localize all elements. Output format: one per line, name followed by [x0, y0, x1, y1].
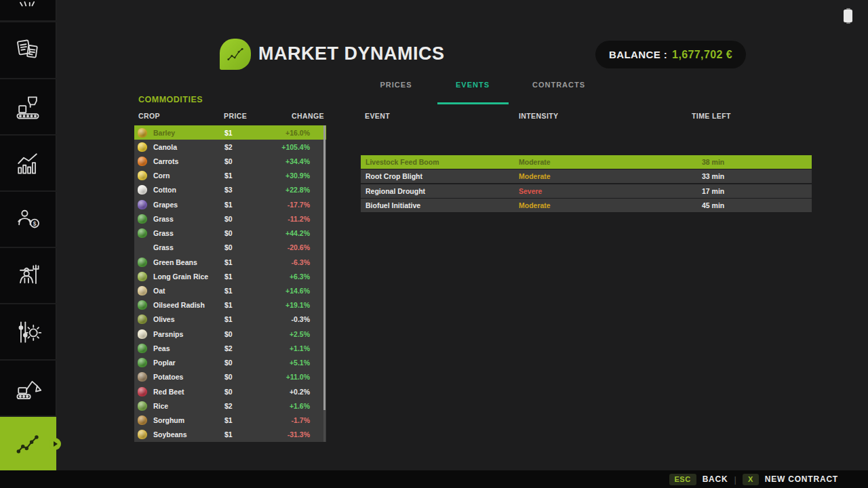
crop-name: Sorghum — [153, 416, 184, 424]
commodities-scrollbar — [323, 125, 326, 442]
crop-change: -17.7% — [288, 201, 310, 209]
x-key-badge[interactable]: X — [743, 474, 759, 485]
documents-icon — [13, 35, 43, 65]
new-contract-button[interactable]: NEW CONTRACT — [765, 474, 838, 484]
crop-change: +5.1% — [290, 359, 310, 367]
potato-icon — [138, 372, 147, 382]
commodity-row[interactable]: Canola $2 +105.4% — [134, 140, 326, 154]
commodity-row[interactable]: Soybeans $1 -31.3% — [134, 428, 326, 442]
event-time-left: 33 min — [702, 172, 724, 180]
crop-name: Barley — [153, 129, 175, 137]
event-name: Root Crop Blight — [366, 172, 422, 180]
poplar-icon — [138, 358, 147, 367]
sidebar-item-machine-settings[interactable] — [0, 304, 56, 359]
bottom-hint-bar: ESC BACK | X NEW CONTRACT — [0, 470, 868, 488]
esc-key-badge[interactable]: ESC — [669, 474, 696, 485]
crop-name: Parsnips — [153, 330, 183, 338]
commodity-row[interactable]: Grass $0 -20.6% — [134, 241, 326, 255]
commodity-row[interactable]: Barley $1 +16.0% — [134, 125, 326, 140]
crop-name: Oat — [153, 287, 165, 295]
active-tab-underline — [437, 102, 509, 104]
commodity-row[interactable]: Carrots $0 +34.4% — [134, 154, 326, 168]
sidebar-item-finances[interactable]: $ — [0, 192, 56, 247]
tab-events[interactable]: EVENTS — [456, 81, 490, 89]
crop-change: -20.6% — [288, 243, 310, 251]
crop-price: $0 — [224, 388, 233, 396]
commodity-row[interactable]: Red Beet $0 +0.2% — [134, 384, 326, 399]
column-header-time-left: TIME LEFT — [692, 112, 731, 120]
battery-icon — [844, 9, 852, 22]
parsnip-icon — [138, 329, 147, 339]
rice-icon — [138, 272, 147, 281]
commodity-row[interactable]: Corn $1 +30.9% — [134, 169, 326, 183]
commodity-row[interactable]: Green Beans $1 -6.3% — [134, 255, 326, 269]
commodity-row[interactable]: Grass $0 -11.2% — [134, 211, 326, 226]
soybeans-icon — [138, 430, 147, 439]
commodity-row[interactable]: Grass $0 +44.2% — [134, 226, 326, 241]
event-row[interactable]: Livestock Feed Boom Moderate 38 min — [361, 155, 812, 169]
crop-change: +30.9% — [285, 171, 310, 180]
production-line-icon — [13, 92, 43, 122]
crop-name: Olives — [153, 315, 175, 323]
red-beet-icon — [138, 387, 147, 396]
crop-name: Oilseed Radish — [153, 301, 205, 309]
event-row[interactable]: Root Crop Blight Moderate 33 min — [361, 169, 812, 183]
tab-contracts[interactable]: CONTRACTS — [532, 81, 585, 89]
commodity-row[interactable]: Rice $2 +1.6% — [134, 399, 326, 413]
crop-name: Grass — [153, 229, 174, 237]
commodity-row[interactable]: Olives $1 -0.3% — [134, 312, 326, 327]
commodity-row[interactable]: Sorghum $1 -1.7% — [134, 413, 326, 427]
sidebar-item-excavator[interactable] — [0, 361, 56, 415]
commodity-row[interactable]: Grapes $1 -17.7% — [134, 197, 326, 211]
crop-price: $2 — [224, 402, 233, 410]
tab-prices[interactable]: PRICES — [380, 81, 412, 89]
event-intensity: Moderate — [519, 201, 551, 209]
sidebar-item-partial[interactable] — [0, 0, 56, 20]
sidebar-item-farmer[interactable] — [0, 248, 56, 303]
crop-name: Potatoes — [153, 373, 183, 381]
crop-price: $0 — [224, 359, 233, 367]
sidebar-item-production-line[interactable] — [0, 79, 56, 134]
crop-price: $3 — [224, 186, 233, 194]
crop-change: +0.2% — [290, 388, 310, 396]
oilseed-radish-icon — [138, 300, 147, 310]
commodities-section-title: COMMODITIES — [138, 95, 203, 104]
crop-price: $1 — [224, 272, 233, 281]
event-intensity: Moderate — [519, 172, 551, 180]
commodity-row[interactable]: Parsnips $0 +2.5% — [134, 327, 326, 341]
commodity-row[interactable]: Potatoes $0 +11.0% — [134, 370, 326, 384]
crop-name: Soybeans — [153, 430, 187, 439]
commodity-row[interactable]: Peas $2 +1.1% — [134, 341, 326, 355]
commodity-row[interactable]: Cotton $3 +22.8% — [134, 183, 326, 197]
peas-icon — [138, 344, 147, 353]
sidebar-item-statistics[interactable] — [0, 136, 56, 190]
crop-price: $1 — [224, 315, 233, 323]
barley-icon — [138, 128, 147, 138]
event-row[interactable]: Regional Drought Severe 17 min — [361, 184, 812, 198]
sidebar-item-documents[interactable] — [0, 22, 56, 78]
column-header-event: EVENT — [365, 112, 390, 120]
sidebar-item-market-trend[interactable] — [0, 417, 56, 470]
commodity-row[interactable]: Long Grain Rice $1 +6.3% — [134, 269, 326, 283]
statistics-icon — [13, 148, 43, 178]
commodity-row[interactable]: Oilseed Radish $1 +19.1% — [134, 298, 326, 312]
event-intensity: Severe — [519, 187, 542, 195]
crop-change: +105.4% — [281, 143, 310, 151]
svg-text:$: $ — [33, 220, 37, 226]
commodity-row[interactable]: Oat $1 +14.6% — [134, 283, 326, 298]
crop-price: $1 — [224, 287, 233, 295]
crop-name: Long Grain Rice — [153, 272, 208, 281]
crop-change: +22.8% — [285, 186, 310, 194]
oat-icon — [138, 286, 147, 296]
back-button[interactable]: BACK — [703, 474, 728, 484]
cotton-icon — [138, 185, 147, 195]
green-beans-icon — [138, 258, 147, 267]
scrollbar-thumb[interactable] — [323, 125, 326, 410]
event-row[interactable]: Biofuel Initiative Moderate 45 min — [361, 199, 812, 212]
crop-change: -31.3% — [288, 430, 310, 439]
commodity-row[interactable]: Poplar $0 +5.1% — [134, 356, 326, 370]
balance-label: BALANCE : — [609, 49, 667, 60]
market-trend-icon — [13, 429, 44, 459]
crop-name: Rice — [153, 402, 168, 410]
crop-change: +16.0% — [285, 129, 310, 137]
